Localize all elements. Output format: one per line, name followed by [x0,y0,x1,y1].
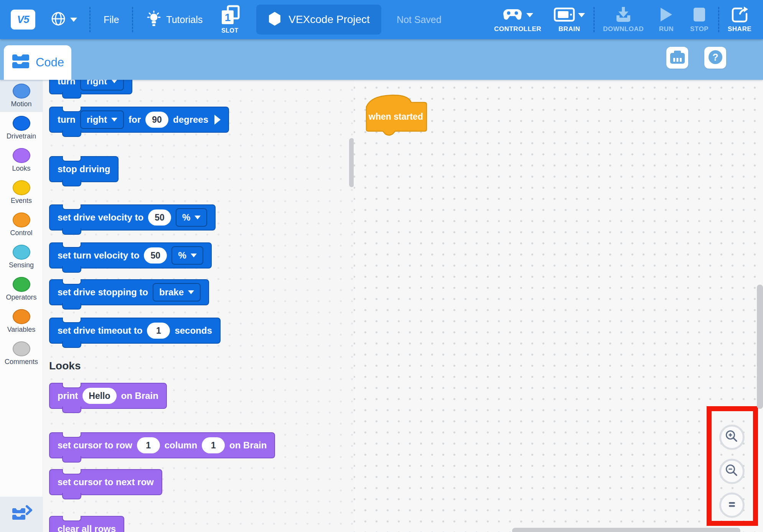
block-text-input[interactable]: Hello [82,388,116,404]
sidebar-item-sensing[interactable]: Sensing [0,241,43,273]
block-number-input[interactable]: 90 [145,112,168,128]
block-label: print [58,390,78,401]
category-sidebar: MotionDrivetrainLooksEventsControlSensin… [0,80,43,532]
block-number-input[interactable]: 1 [137,437,160,453]
sidebar-item-control[interactable]: Control [0,209,43,241]
brain-screen-icon [554,7,575,24]
top-bar: V5 File Tutorials 1 SLOT VEXcode Project… [0,0,763,39]
main-area: MotionDrivetrainLooksEventsControlSensin… [0,80,763,532]
lightbulb-icon [145,10,162,29]
share-button[interactable]: SHARE [722,7,758,33]
play-icon [659,7,674,24]
set-turn-velocity-block[interactable]: set turn velocity to50% [49,242,212,268]
controller-button[interactable]: CONTROLLER [488,7,547,33]
sidebar-item-drivetrain[interactable]: Drivetrain [0,112,43,144]
download-button: DOWNLOAD [597,7,650,33]
slot-number: 1 [225,12,231,23]
chevron-down-icon [188,290,194,294]
sensing-category-icon [13,245,30,260]
turn-for-degrees-block[interactable]: turnrightfor90degrees [49,107,229,133]
slot-selector[interactable]: 1 SLOT [219,5,241,34]
sidebar-item-variables[interactable]: Variables [0,305,43,338]
chevron-down-icon [111,80,117,83]
download-label: DOWNLOAD [603,25,644,33]
project-title: VEXcode Project [288,13,370,26]
block-dropdown[interactable]: % [171,246,203,265]
when-started-block[interactable]: when started [365,94,430,138]
block-label: turn [58,114,76,125]
stop-label: STOP [690,25,709,33]
block-dropdown[interactable]: right [80,110,124,129]
set-drive-velocity-block[interactable]: set drive velocity to50% [49,204,216,231]
block-dropdown[interactable]: % [176,208,207,227]
set-cursor-next-row-block[interactable]: set cursor to next row [49,469,162,495]
when-started-label: when started [365,104,427,129]
block-dropdown[interactable]: brake [153,283,201,301]
dropdown-value: right [87,80,107,87]
question-mark-icon: ? [707,49,723,67]
block-label: degrees [173,114,208,125]
block-label: set cursor to next row [58,477,154,488]
collapse-blocks-icon [9,503,34,525]
tutorials-label: Tutorials [166,14,203,25]
clear-all-rows-block[interactable]: clear all rows [49,516,124,532]
collapse-palette-button[interactable] [0,497,43,532]
block-palette: turnrightturnrightfor90degreesstop drivi… [43,80,354,532]
horizontal-scrollbar[interactable] [512,528,740,532]
sidebar-item-label: Motion [11,100,31,108]
palette-scrollbar[interactable] [349,138,354,187]
controller-label: CONTROLLER [494,25,541,33]
block-label: clear all rows [58,524,116,532]
block-label: on Brain [229,440,267,451]
project-title-button[interactable]: VEXcode Project [256,5,381,35]
vex-logo[interactable]: V5 [11,10,35,30]
chevron-down-icon [578,13,585,17]
sidebar-item-label: Variables [7,326,36,334]
language-selector[interactable] [50,10,77,29]
comments-category-icon [13,341,30,356]
vertical-scrollbar[interactable] [757,285,763,409]
block-number-input[interactable]: 1 [147,323,170,339]
workspace-canvas[interactable]: when started [354,80,763,532]
block-label: set turn velocity to [58,250,139,261]
chevron-down-icon [191,254,197,257]
sidebar-item-comments[interactable]: Comments [0,338,43,370]
stop-driving-block[interactable]: stop driving [49,156,119,182]
sidebar-item-label: Drivetrain [7,132,36,140]
chevron-down-icon [526,13,533,17]
share-label: SHARE [728,25,751,33]
sidebar-item-label: Events [11,197,32,205]
expand-arrow-icon[interactable] [214,115,221,125]
gamepad-icon [502,8,523,23]
print-console-button[interactable] [666,47,688,69]
brain-button[interactable]: BRAIN [547,7,591,33]
hexagon-icon [268,11,282,28]
sidebar-item-motion[interactable]: Motion [0,80,43,112]
turn-block[interactable]: turnright [49,80,132,94]
divider [718,7,719,32]
block-dropdown[interactable]: right [80,80,124,91]
tab-code[interactable]: Code [4,45,71,80]
block-number-input[interactable]: 50 [144,247,167,264]
block-label: stop driving [58,164,110,175]
sidebar-item-looks[interactable]: Looks [0,144,43,176]
block-number-input[interactable]: 1 [202,437,225,453]
sidebar-item-label: Control [10,229,32,237]
block-label: for [129,114,141,125]
block-label: column [165,440,197,451]
sidebar-item-label: Operators [6,293,36,301]
file-menu[interactable]: File [93,14,130,25]
set-drive-stopping-block[interactable]: set drive stopping tobrake [49,279,209,305]
help-button[interactable]: ? [704,47,726,69]
operators-category-icon [13,277,30,292]
set-cursor-row-col-block[interactable]: set cursor to row1column1on Brain [49,432,275,458]
block-number-input[interactable]: 50 [148,209,171,226]
divider [89,7,91,32]
sidebar-item-events[interactable]: Events [0,176,43,209]
tutorials-button[interactable]: Tutorials [135,10,213,29]
print-on-brain-block[interactable]: printHelloon Brain [49,383,167,409]
console-icon [669,49,686,66]
save-status: Not Saved [397,14,442,25]
set-drive-timeout-block[interactable]: set drive timeout to1seconds [49,318,221,344]
sidebar-item-operators[interactable]: Operators [0,273,43,305]
